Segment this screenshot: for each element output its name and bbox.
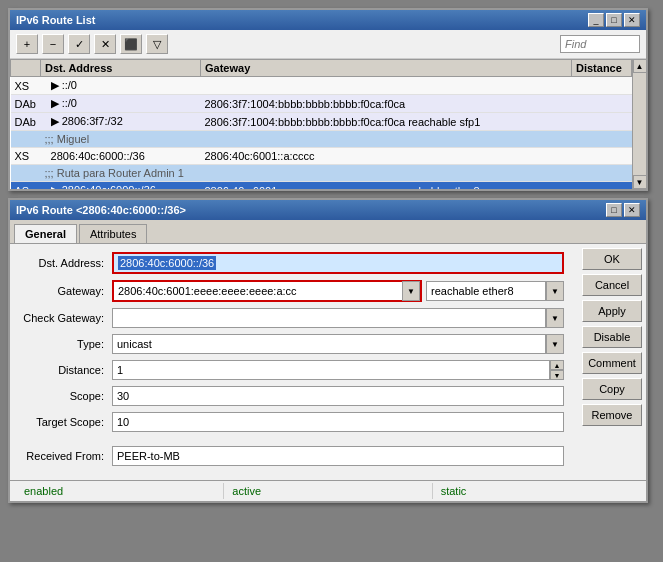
gateway-input[interactable]	[114, 282, 402, 300]
route-table-container: Dst. Address Gateway Distance XS ▶ ::/0 …	[10, 59, 646, 189]
row-flag: DAb	[11, 95, 41, 113]
search-input[interactable]	[560, 35, 640, 53]
row-dst: ▶ ::/0	[41, 95, 201, 113]
scrollbar-vertical[interactable]: ▲ ▼	[632, 59, 646, 189]
row-flag: XS	[11, 148, 41, 165]
col-header-distance[interactable]: Distance	[572, 60, 632, 77]
type-dropdown[interactable]: ▼	[546, 334, 564, 354]
row-gateway: 2806:40c:6001:eeee:eeee:eeee:a:cccc reac…	[201, 182, 572, 190]
detail-close-button[interactable]: ✕	[624, 203, 640, 217]
check-button[interactable]: ✓	[68, 34, 90, 54]
scope-row: Scope: 30	[22, 386, 564, 406]
distance-value: 1	[117, 364, 123, 376]
add-button[interactable]: +	[16, 34, 38, 54]
target-scope-row: Target Scope: 10	[22, 412, 564, 432]
cancel-button[interactable]: ✕	[94, 34, 116, 54]
ok-button[interactable]: OK	[582, 248, 642, 270]
gateway-label: Gateway:	[22, 285, 112, 297]
type-label: Type:	[22, 338, 112, 350]
row-flag: DAb	[11, 113, 41, 131]
distance-down-button[interactable]: ▼	[550, 370, 564, 380]
received-from-value: PEER-to-MB	[117, 450, 180, 462]
remove-button[interactable]: −	[42, 34, 64, 54]
row-gateway	[201, 77, 572, 95]
route-list-window: IPv6 Route List _ □ ✕ + − ✓ ✕ ⬛ ▽ Dst. A…	[8, 8, 648, 191]
row-distance	[572, 148, 632, 165]
table-row-selected[interactable]: AS ▶ 2806:40c:6000::/36 2806:40c:6001:ee…	[11, 182, 632, 190]
check-gateway-label: Check Gateway:	[22, 312, 112, 324]
detail-title: IPv6 Route <2806:40c:6000::/36>	[16, 204, 186, 216]
col-header-gateway[interactable]: Gateway	[201, 60, 572, 77]
scope-label: Scope:	[22, 390, 112, 402]
table-row-group[interactable]: ;;; Ruta para Router Admin 1	[11, 165, 632, 182]
row-flag	[11, 165, 41, 182]
table-row[interactable]: DAb ▶ ::/0 2806:3f7:1004:bbbb:bbbb:bbbb:…	[11, 95, 632, 113]
target-scope-field[interactable]: 10	[112, 412, 564, 432]
detail-content: Dst. Address: 2806:40c:6000::/36 Gateway…	[10, 244, 646, 480]
table-row[interactable]: DAb ▶ 2806:3f7:/32 2806:3f7:1004:bbbb:bb…	[11, 113, 632, 131]
detail-minimize-button[interactable]: □	[606, 203, 622, 217]
table-scroll-area: Dst. Address Gateway Distance XS ▶ ::/0 …	[10, 59, 632, 189]
scope-value: 30	[117, 390, 129, 402]
type-field[interactable]: unicast	[112, 334, 546, 354]
scroll-down-button[interactable]: ▼	[633, 175, 647, 189]
table-row[interactable]: XS ▶ ::/0	[11, 77, 632, 95]
received-from-field[interactable]: PEER-to-MB	[112, 446, 564, 466]
row-dst: ▶ 2806:3f7:/32	[41, 113, 201, 131]
scope-field[interactable]: 30	[112, 386, 564, 406]
check-gateway-dropdown[interactable]: ▼	[546, 308, 564, 328]
type-row: Type: unicast ▼	[22, 334, 564, 354]
copy-button[interactable]: ⬛	[120, 34, 142, 54]
disable-button[interactable]: Disable	[582, 326, 642, 348]
copy-button[interactable]: Copy	[582, 378, 642, 400]
cancel-button[interactable]: Cancel	[582, 274, 642, 296]
row-flag	[11, 131, 41, 148]
col-header-flag[interactable]	[11, 60, 41, 77]
status-static: static	[433, 483, 640, 499]
row-dst: 2806:40c:6000::/36	[41, 148, 201, 165]
apply-button[interactable]: Apply	[582, 300, 642, 322]
tab-attributes[interactable]: Attributes	[79, 224, 147, 243]
row-distance	[572, 77, 632, 95]
gateway-reachable-field: reachable ether8	[426, 281, 546, 301]
status-enabled: enabled	[16, 483, 224, 499]
status-active: active	[224, 483, 432, 499]
gateway-dropdown-button[interactable]: ▼	[402, 281, 420, 301]
dst-address-label: Dst. Address:	[22, 257, 112, 269]
dst-address-field[interactable]: 2806:40c:6000::/36	[112, 252, 564, 274]
target-scope-value: 10	[117, 416, 129, 428]
row-distance	[572, 182, 632, 190]
type-value: unicast	[117, 338, 152, 350]
filter-button[interactable]: ▽	[146, 34, 168, 54]
maximize-button[interactable]: □	[606, 13, 622, 27]
table-row[interactable]: XS 2806:40c:6000::/36 2806:40c:6001::a:c…	[11, 148, 632, 165]
tab-general[interactable]: General	[14, 224, 77, 243]
close-button[interactable]: ✕	[624, 13, 640, 27]
col-header-dst[interactable]: Dst. Address	[41, 60, 201, 77]
scroll-up-button[interactable]: ▲	[633, 59, 647, 73]
distance-row: Distance: 1 ▲ ▼	[22, 360, 564, 380]
gateway-field-container: ▼	[112, 280, 422, 302]
row-gateway: 2806:3f7:1004:bbbb:bbbb:bbbb:f0ca:f0ca r…	[201, 113, 572, 131]
route-detail-window: IPv6 Route <2806:40c:6000::/36> □ ✕ Gene…	[8, 198, 648, 503]
title-buttons: _ □ ✕	[588, 13, 640, 27]
row-distance	[572, 113, 632, 131]
remove-button[interactable]: Remove	[582, 404, 642, 426]
row-flag: XS	[11, 77, 41, 95]
route-list-title: IPv6 Route List	[16, 14, 95, 26]
check-gateway-field[interactable]	[112, 308, 546, 328]
reachable-dropdown-button[interactable]: ▼	[546, 281, 564, 301]
toolbar: + − ✓ ✕ ⬛ ▽	[10, 30, 646, 59]
form-area: Dst. Address: 2806:40c:6000::/36 Gateway…	[10, 244, 576, 480]
distance-field[interactable]: 1	[112, 360, 550, 380]
distance-up-button[interactable]: ▲	[550, 360, 564, 370]
row-dst: ▶ ::/0	[41, 77, 201, 95]
comment-button[interactable]: Comment	[582, 352, 642, 374]
dst-address-row: Dst. Address: 2806:40c:6000::/36	[22, 252, 564, 274]
table-row-group[interactable]: ;;; Miguel	[11, 131, 632, 148]
detail-titlebar: IPv6 Route <2806:40c:6000::/36> □ ✕	[10, 200, 646, 220]
received-from-row: Received From: PEER-to-MB	[22, 446, 564, 466]
check-gateway-row: Check Gateway: ▼	[22, 308, 564, 328]
dst-address-value: 2806:40c:6000::/36	[118, 256, 216, 270]
minimize-button[interactable]: _	[588, 13, 604, 27]
